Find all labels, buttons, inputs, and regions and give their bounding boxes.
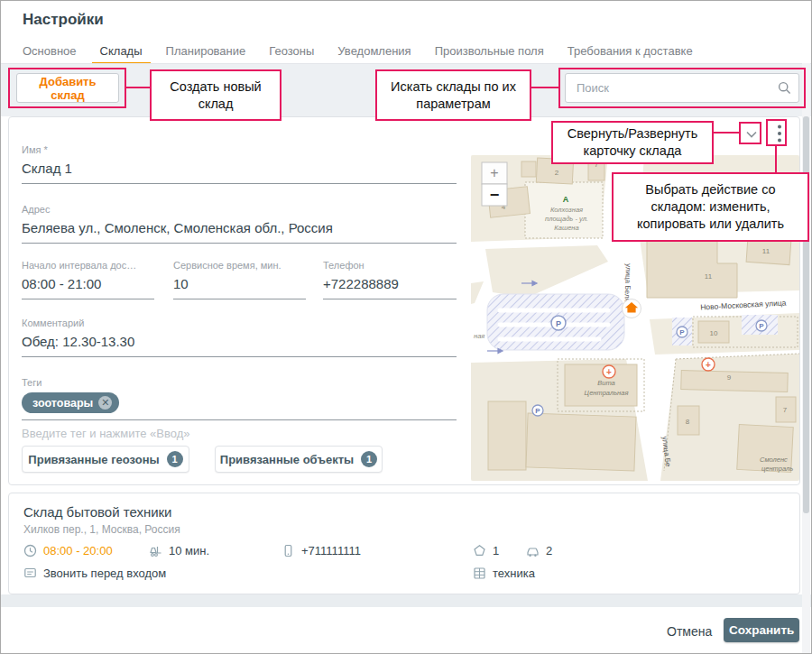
tab-planning[interactable]: Планирование bbox=[166, 44, 246, 58]
tab-geofences[interactable]: Геозоны bbox=[269, 44, 314, 58]
svg-text:11: 11 bbox=[705, 272, 713, 281]
warehouse-title: Склад бытовой техники bbox=[23, 504, 172, 520]
field-interval: Начало интервала дос… 08:00 - 21:00 bbox=[22, 260, 154, 299]
tag-chip-label: зоотовары bbox=[32, 397, 93, 410]
svg-text:+: + bbox=[490, 165, 498, 180]
field-comment-input[interactable]: Обед: 12.30-13.30 bbox=[22, 334, 457, 354]
svg-text:9: 9 bbox=[727, 373, 732, 382]
field-underline bbox=[22, 183, 457, 184]
svg-text:P: P bbox=[759, 322, 764, 330]
field-name-input[interactable]: Склад 1 bbox=[22, 161, 457, 180]
svg-text:Колхозная: Колхозная bbox=[550, 206, 583, 214]
svg-text:Кашена: Кашена bbox=[554, 224, 578, 232]
warehouse-tag: техника bbox=[473, 566, 535, 580]
svg-text:P: P bbox=[556, 319, 561, 328]
field-phone-label: Телефон bbox=[323, 260, 457, 271]
linked-geofences-label: Привязанные геозоны bbox=[28, 453, 159, 466]
tab-custom-fields[interactable]: Произвольные поля bbox=[435, 44, 544, 58]
cancel-button[interactable]: Отмена bbox=[658, 621, 721, 642]
service-time-value: 10 мин. bbox=[169, 544, 209, 557]
warehouse-service-time: 10 мин. bbox=[149, 544, 209, 557]
field-address-label: Адрес bbox=[22, 204, 457, 215]
warehouse-address: Хилков пер., 1, Москва, Россия bbox=[23, 523, 180, 536]
save-button[interactable]: Сохранить bbox=[724, 618, 799, 642]
map-zoom-in-button[interactable]: + bbox=[482, 162, 507, 184]
tag-chip[interactable]: зоотовары ✕ bbox=[22, 392, 119, 413]
svg-text:централь: централь bbox=[761, 465, 793, 473]
callout-card-actions: Выбрать действие со складом: изменить, к… bbox=[612, 172, 809, 242]
tag-remove-icon[interactable]: ✕ bbox=[98, 396, 112, 410]
svg-text:Смоленс: Смоленс bbox=[760, 456, 788, 464]
annotation-connector bbox=[531, 87, 558, 88]
vehicles-count: 2 bbox=[546, 544, 552, 557]
field-phone-input[interactable]: +722288889 bbox=[323, 276, 457, 296]
annotation-connector bbox=[714, 132, 739, 134]
tags-hint: Введите тег и нажмите «Ввод» bbox=[22, 427, 457, 440]
field-underline bbox=[22, 243, 457, 244]
phone-icon bbox=[281, 544, 295, 557]
page-title: Настройки bbox=[23, 11, 104, 29]
comment-icon bbox=[23, 566, 37, 580]
forklift-icon bbox=[149, 544, 162, 557]
linked-geofences-button[interactable]: Привязанные геозоны 1 bbox=[22, 446, 189, 473]
field-name-label: Имя * bbox=[22, 144, 457, 155]
car-icon bbox=[526, 544, 540, 557]
tab-main[interactable]: Основное bbox=[23, 44, 77, 58]
svg-text:P: P bbox=[535, 407, 540, 415]
annotation-connector bbox=[775, 146, 777, 172]
clock-icon bbox=[23, 544, 37, 557]
warehouse-map-marker[interactable] bbox=[623, 299, 641, 318]
field-tags-label: Теги bbox=[22, 377, 457, 388]
svg-text:площадь - ул.: площадь - ул. bbox=[545, 215, 588, 223]
field-address-input[interactable]: Беляева ул., Смоленск, Смоленская обл., … bbox=[22, 220, 457, 240]
field-service-time-label: Сервисное время, мин. bbox=[173, 260, 306, 271]
annotation-box-kebab bbox=[766, 119, 787, 146]
map-zoom-out-button[interactable]: − bbox=[482, 184, 507, 206]
bus-stop-marker: А bbox=[563, 195, 569, 204]
geofence-icon bbox=[473, 544, 486, 557]
tab-warehouses[interactable]: Склады bbox=[100, 44, 143, 58]
field-service-time: Сервисное время, мин. 10 bbox=[173, 260, 306, 299]
warehouse-phone: +711111111 bbox=[281, 544, 361, 557]
warehouse-working-hours: 08:00 - 20:00 bbox=[23, 544, 113, 557]
linked-objects-button[interactable]: Привязанные объекты 1 bbox=[215, 446, 383, 473]
annotation-box-add-button bbox=[8, 68, 126, 108]
warehouse-geofences: 1 bbox=[473, 544, 499, 557]
linked-objects-label: Привязанные объекты bbox=[220, 453, 354, 466]
linked-objects-count: 1 bbox=[361, 451, 377, 467]
field-underline bbox=[173, 299, 306, 299]
tab-notifications[interactable]: Уведомления bbox=[337, 44, 411, 58]
field-tags: Теги зоотовары ✕ Введите тег и нажмите «… bbox=[22, 377, 457, 440]
phone-value: +711111111 bbox=[301, 544, 361, 557]
svg-text:Центральная: Центральная bbox=[585, 389, 629, 397]
field-address: Адрес Беляева ул., Смоленск, Смоленская … bbox=[22, 204, 457, 244]
field-underline bbox=[22, 356, 457, 357]
callout-collapse-card: Свернуть/Развернуть карточку склада bbox=[551, 121, 714, 164]
field-name: Имя * Склад 1 bbox=[22, 144, 457, 184]
callout-search: Искать склады по их параметрам bbox=[375, 69, 531, 121]
svg-text:2: 2 bbox=[555, 169, 559, 177]
svg-text:8: 8 bbox=[686, 418, 690, 426]
field-comment: Комментарий Обед: 12.30-13.30 bbox=[22, 318, 457, 357]
svg-text:−: − bbox=[490, 186, 500, 204]
svg-text:+: + bbox=[606, 367, 612, 377]
svg-text:11: 11 bbox=[762, 247, 770, 255]
field-interval-input[interactable]: 08:00 - 21:00 bbox=[22, 276, 154, 296]
tag-grid-icon bbox=[473, 566, 486, 580]
warehouse-summary-card[interactable]: Склад бытовой техники Хилков пер., 1, Мо… bbox=[8, 493, 800, 594]
field-comment-label: Комментарий bbox=[22, 318, 457, 328]
field-service-time-input[interactable]: 10 bbox=[173, 276, 306, 296]
geofences-count: 1 bbox=[493, 544, 499, 557]
warehouse-vehicles: 2 bbox=[526, 544, 552, 557]
tab-delivery-requirements[interactable]: Требования к доставке bbox=[567, 44, 693, 58]
annotation-box-search bbox=[558, 68, 806, 108]
callout-create-warehouse: Создать новый склад bbox=[150, 69, 281, 121]
field-phone: Телефон +722288889 bbox=[323, 260, 457, 299]
section-divider bbox=[1, 594, 811, 607]
svg-text:10: 10 bbox=[710, 329, 718, 337]
tabs-bar: Основное Склады Планирование Геозоны Уве… bbox=[1, 39, 811, 63]
map-zoom-controls: + − bbox=[482, 162, 507, 206]
svg-text:Вита: Вита bbox=[597, 379, 615, 387]
field-underline bbox=[22, 419, 457, 420]
settings-window: Настройки Основное Склады Планирование Г… bbox=[0, 0, 812, 654]
